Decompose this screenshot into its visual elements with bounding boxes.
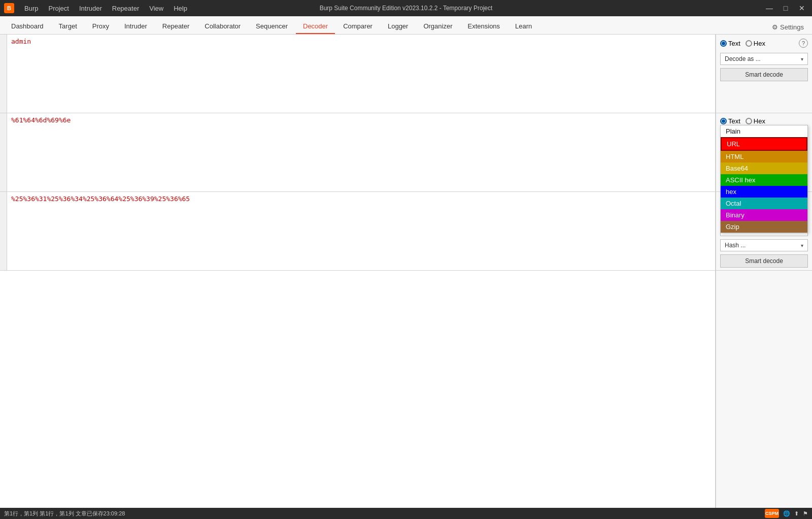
radio-hex-label-1: Hex — [754, 40, 765, 47]
hash-label-3: Hash ... — [725, 242, 746, 249]
tab-organizer[interactable]: Organizer — [416, 19, 459, 34]
radio-text-2[interactable]: Text — [720, 117, 740, 125]
menu-burp[interactable]: Burp — [22, 4, 40, 13]
menu-item-octal[interactable]: Octal — [721, 198, 807, 209]
menu-item-hex[interactable]: hex — [721, 186, 807, 198]
decode-as-button-1[interactable]: Decode as ... ▾ — [720, 53, 808, 65]
side-markers-1 — [0, 35, 7, 113]
status-right: CSPM 🌐 ⬆ ⚑ — [765, 509, 808, 518]
settings-button[interactable]: ⚙ Settings — [768, 20, 808, 34]
help-icon-1[interactable]: ? — [799, 39, 808, 48]
title-bar-left: B Burp Project Intruder Repeater View He… — [4, 3, 189, 13]
decode-as-label-1: Decode as ... — [725, 55, 761, 62]
tab-intruder[interactable]: Intruder — [117, 19, 154, 34]
status-icon-flag: ⚑ — [803, 510, 808, 517]
tab-extensions[interactable]: Extensions — [461, 19, 507, 34]
menu-item-plain[interactable]: Plain — [721, 125, 807, 137]
tab-repeater[interactable]: Repeater — [155, 19, 196, 34]
decoder-panel-2: %61%64%6d%69%6e — [0, 113, 715, 192]
decode-dropdown-menu: Plain URL HTML Base64 ASCII hex hex Octa… — [720, 125, 808, 233]
panel1-content[interactable]: admin — [7, 35, 715, 106]
side-section-1: Text Hex ? Decode as ... ▾ Plain URL — [716, 35, 812, 113]
side-panel-wrapper: Text Hex ? Decode as ... ▾ Plain URL — [716, 35, 812, 508]
decode-dropdown-container-1: Decode as ... ▾ Plain URL HTML Base64 AS… — [720, 53, 808, 65]
status-bar: 第1行，第1列 第1行，第1列 文章已保存23:09:28 CSPM 🌐 ⬆ ⚑ — [0, 508, 812, 519]
tab-sequencer[interactable]: Sequencer — [249, 19, 295, 34]
panel2-text: %61%64%6d%69%6e — [11, 116, 711, 124]
close-button[interactable]: ✕ — [796, 2, 808, 14]
decoder-panel-1: admin — [0, 35, 715, 113]
radio-hex-label-2: Hex — [754, 117, 765, 125]
side-markers-2 — [0, 113, 7, 191]
tab-learn[interactable]: Learn — [508, 19, 539, 34]
panel2-content[interactable]: %61%64%6d%69%6e — [7, 113, 715, 184]
nav-bar: Dashboard Target Proxy Intruder Repeater… — [0, 16, 812, 35]
settings-label: Settings — [780, 23, 804, 31]
radio-text-1[interactable]: Text — [720, 40, 740, 47]
side-markers-3 — [0, 192, 7, 270]
radio-hex-1[interactable]: Hex — [746, 40, 765, 47]
title-bar: B Burp Project Intruder Repeater View He… — [0, 0, 812, 16]
radio-circle-hex-2 — [746, 118, 752, 124]
cspm-icon: CSPM — [765, 509, 779, 518]
gear-icon: ⚙ — [772, 23, 778, 31]
minimize-button[interactable]: — — [763, 2, 775, 14]
tab-comparer[interactable]: Comparer — [336, 19, 380, 34]
smart-decode-button-1[interactable]: Smart decode — [720, 68, 808, 81]
panel3-content[interactable]: %25%36%31%25%36%34%25%36%64%25%36%39%25%… — [7, 192, 715, 263]
menu-item-asciihex[interactable]: ASCII hex — [721, 174, 807, 186]
window-controls: — □ ✕ — [763, 2, 808, 14]
decoder-area: admin %61%64%6d%69%6e %25%36%31%25%36%34… — [0, 35, 716, 508]
radio-circle-text-1 — [720, 40, 727, 47]
radio-group-1: Text Hex ? — [720, 39, 808, 48]
menu-item-binary[interactable]: Binary — [721, 209, 807, 221]
panel1-text: admin — [11, 38, 711, 45]
menu-item-base64[interactable]: Base64 — [721, 163, 807, 174]
tab-collaborator[interactable]: Collaborator — [197, 19, 248, 34]
menu-item-gzip[interactable]: Gzip — [721, 221, 807, 233]
menu-intruder[interactable]: Intruder — [77, 4, 104, 13]
tab-dashboard[interactable]: Dashboard — [4, 19, 51, 34]
menu-repeater[interactable]: Repeater — [110, 4, 141, 13]
maximize-button[interactable]: □ — [780, 2, 792, 14]
menu-bar: Burp Project Intruder Repeater View Help — [22, 4, 189, 13]
smart-decode-button-3[interactable]: Smart decode — [720, 254, 808, 268]
radio-circle-text-2 — [720, 118, 727, 124]
panel3-text: %25%36%31%25%36%34%25%36%64%25%36%39%25%… — [11, 195, 711, 203]
chevron-down-icon-5: ▾ — [801, 243, 803, 248]
tab-decoder[interactable]: Decoder — [296, 19, 335, 34]
main-content: admin %61%64%6d%69%6e %25%36%31%25%36%34… — [0, 35, 812, 508]
menu-item-url[interactable]: URL — [721, 137, 807, 151]
decoder-panel-3: %25%36%31%25%36%34%25%36%64%25%36%39%25%… — [0, 192, 715, 271]
empty-decoder-area — [0, 271, 715, 508]
menu-help[interactable]: Help — [172, 4, 189, 13]
hash-button-3[interactable]: Hash ... ▾ — [720, 239, 808, 251]
side-empty — [716, 271, 812, 508]
radio-hex-2[interactable]: Hex — [746, 117, 765, 125]
menu-item-html[interactable]: HTML — [721, 151, 807, 163]
app-logo: B — [4, 3, 14, 13]
radio-group-2: Text Hex — [720, 117, 808, 125]
window-title: Burp Suite Community Edition v2023.10.2.… — [320, 5, 493, 12]
menu-view[interactable]: View — [147, 4, 165, 13]
tab-logger[interactable]: Logger — [381, 19, 415, 34]
chevron-down-icon: ▾ — [801, 56, 803, 62]
status-icon-arrow: ⬆ — [794, 510, 799, 517]
menu-project[interactable]: Project — [46, 4, 71, 13]
radio-text-label-1: Text — [728, 40, 740, 47]
tab-proxy[interactable]: Proxy — [85, 19, 116, 34]
radio-text-label-2: Text — [728, 117, 740, 125]
status-icon-network: 🌐 — [783, 510, 790, 517]
tab-target[interactable]: Target — [52, 19, 84, 34]
status-text: 第1行，第1列 第1行，第1列 文章已保存23:09:28 — [4, 510, 125, 517]
radio-circle-hex-1 — [746, 40, 752, 47]
